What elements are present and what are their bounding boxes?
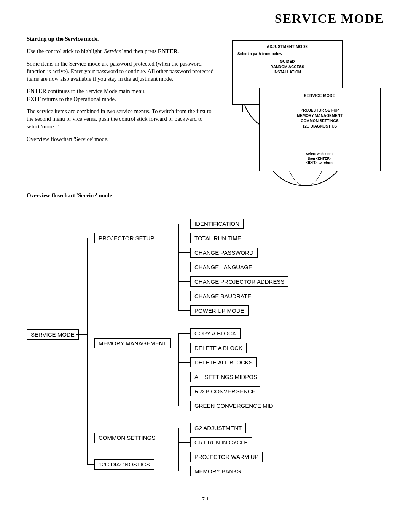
paragraph: Overview flowchart 'Service' mode.: [27, 135, 217, 143]
body-text: Starting up the Service mode. Use the co…: [27, 35, 217, 143]
flow-leaf: DELETE A BLOCK: [190, 343, 247, 353]
paragraph: ENTER continues to the Service Mode main…: [27, 87, 217, 103]
flow-leaf: G2 ADJUSTMENT: [190, 423, 246, 433]
paragraph: Some items in the Service mode are passw…: [27, 60, 217, 83]
menu-screens-illustration: ADJUSTMENT MODE Select a path from below…: [232, 40, 384, 177]
flow-leaf: CHANGE PROJECTOR ADDRESS: [190, 276, 288, 287]
flowchart-heading: Overview flowchart 'Service' mode: [27, 192, 384, 199]
flow-leaf: GREEN CONVERGENCE MID: [190, 401, 277, 411]
flow-branch: COMMON SETTINGS: [94, 433, 159, 443]
service-mode-title: SERVICE MODE: [266, 94, 374, 98]
service-mode-flowchart: SERVICE MODE PROJECTOR SETUP MEMORY MANA…: [27, 214, 384, 488]
adjustment-mode-hint: Select a path from below :: [237, 52, 337, 56]
page-number: 7-1: [27, 496, 384, 502]
flow-branch: 12C DIAGNOSTICS: [94, 459, 154, 470]
flow-leaf: POWER UP MODE: [190, 305, 249, 316]
adjustment-mode-items: GUIDED RANDOM ACCESS INSTALLATION: [237, 59, 337, 75]
flow-leaf: CHANGE PASSWORD: [190, 248, 258, 258]
flow-leaf: ALLSETTINGS MIDPOS: [190, 372, 261, 382]
flow-leaf: IDENTIFICATION: [190, 219, 244, 229]
flow-leaf: TOTAL RUN TIME: [190, 233, 245, 243]
flow-branch: MEMORY MANAGEMENT: [94, 338, 171, 348]
flow-leaf: COPY A BLOCK: [190, 328, 241, 339]
flow-root: SERVICE MODE: [27, 329, 79, 340]
paragraph: The service items are combined in two se…: [27, 107, 217, 131]
flow-leaf: R & B CONVERGENCE: [190, 386, 260, 396]
paragraph: Use the control stick to highlight 'Serv…: [27, 47, 217, 55]
adjustment-mode-title: ADJUSTMENT MODE: [237, 45, 337, 49]
flow-leaf: CHANGE BAUDRATE: [190, 291, 255, 301]
flow-leaf: MEMORY BANKS: [190, 466, 245, 476]
flow-leaf: CRT RUN IN CYCLE: [190, 437, 252, 447]
service-mode-screen: SERVICE MODE PROJECTOR SET-UP MEMORY MAN…: [259, 88, 381, 171]
section-heading: Starting up the Service mode.: [27, 35, 217, 43]
service-mode-hint: Select with ↑ or ↓ then <ENTER> <EXIT> t…: [266, 152, 374, 165]
flow-branch: PROJECTOR SETUP: [94, 233, 158, 243]
service-mode-items: PROJECTOR SET-UP MEMORY MANAGEMENT COMMO…: [266, 108, 374, 129]
page-title: SERVICE MODE: [27, 11, 384, 27]
flow-leaf: DELETE ALL BLOCKS: [190, 357, 257, 367]
flow-leaf: CHANGE LANGUAGE: [190, 262, 256, 272]
flow-leaf: PROJECTOR WARM UP: [190, 452, 263, 462]
